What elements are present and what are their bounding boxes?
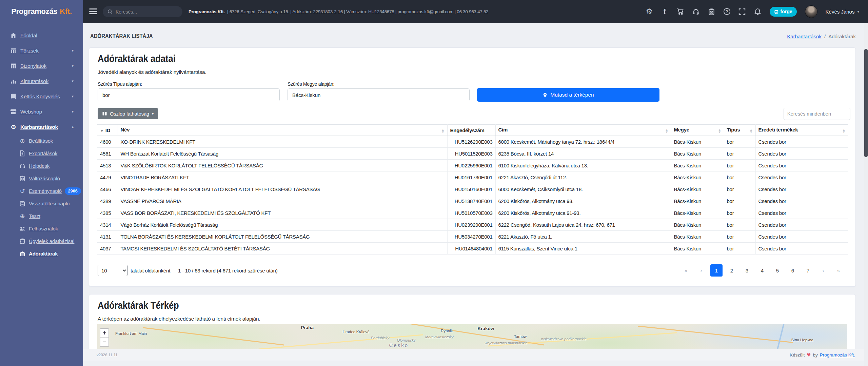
- cell-megye: Bács-Kiskun: [671, 207, 724, 219]
- page-button-3[interactable]: 3: [741, 264, 753, 277]
- cell-nev: VINOTRADE BORÁSZATI KFT: [118, 171, 447, 183]
- plus-circle-icon: ⊕: [19, 138, 25, 144]
- sort-icon: ▲▼: [441, 129, 445, 134]
- sidebar-subitem-visszatoltesi-naplo[interactable]: Visszatöltési napló: [0, 197, 83, 210]
- table-row[interactable]: 4389VASSNÉ PIVARCSI MÁRIAHU5138740E00162…: [97, 195, 848, 207]
- scrollbar-track[interactable]: [864, 23, 868, 366]
- column-visibility-button[interactable]: Oszlop láthatóság ▾: [98, 108, 158, 119]
- map-canvas[interactable]: + − Frankfurt am MainPrahaHradec Králové…: [97, 324, 847, 349]
- cell-engedelyszam: HU0161730E001: [447, 171, 495, 183]
- forge-badge[interactable]: forge: [770, 7, 797, 17]
- global-search[interactable]: [103, 6, 182, 17]
- cart-icon[interactable]: [677, 8, 684, 15]
- cell-engedelyszam: HU5138740E001: [447, 195, 495, 207]
- global-search-input[interactable]: [116, 9, 170, 15]
- table-row[interactable]: 4600XO-DRINK KERESKEDELMI KFTHU5126290E0…: [97, 136, 848, 148]
- last-page-button[interactable]: »: [832, 264, 845, 277]
- sidebar-subitem-teszt[interactable]: ⊕ Teszt: [0, 210, 83, 222]
- cell-id: 4389: [97, 195, 118, 207]
- sidebar-item-torzsek[interactable]: Törzsek ▾: [0, 43, 83, 58]
- cell-tipus: bor: [724, 183, 755, 195]
- sidebar-subitem-felhasznalok[interactable]: Felhasználók: [0, 222, 83, 235]
- column-header-id[interactable]: ▼ID: [97, 125, 118, 136]
- map-label: Praha: [301, 325, 314, 330]
- filter-county-input[interactable]: [288, 88, 470, 101]
- page-size-select[interactable]: 10: [98, 265, 127, 276]
- sidebar-subitem-ugyfelek-adatbazisai[interactable]: Ügyfelek adatbázisai: [0, 235, 83, 247]
- column-header-eredeti-termekek[interactable]: Eredeti termékek▲▼: [755, 125, 848, 136]
- sidebar-subitem-esemenynaplo[interactable]: ↺ Eseménynapló 2906: [0, 185, 83, 197]
- table-search-input[interactable]: [784, 108, 850, 120]
- table-row[interactable]: 4314Vágó Borház Korlátolt Felelősségű Tá…: [97, 219, 848, 231]
- sidebar-item-webshop[interactable]: Webshop ▾: [0, 104, 83, 119]
- page-button-2[interactable]: 2: [726, 264, 738, 277]
- changelog-clipboard-icon[interactable]: [708, 8, 715, 15]
- sidebar-subitem-valtozasnaplo[interactable]: Változásnapló: [0, 172, 83, 185]
- user-menu[interactable]: Kévés János ▾: [826, 9, 859, 15]
- footer: v2026.11.11. Készült ♥ by Programozás Kf…: [83, 349, 864, 361]
- table-row[interactable]: 4037TAMCSI KERESKEDELMI ÉS SZOLGÁLTATÓ B…: [97, 243, 848, 255]
- sidebar-item-label: Visszatöltési napló: [29, 201, 70, 206]
- user-avatar[interactable]: [805, 5, 817, 18]
- sidebar-item-bizonylatok[interactable]: Bizonylatok ▾: [0, 58, 83, 74]
- page-button-7[interactable]: 7: [802, 264, 814, 277]
- scrollbar-thumb[interactable]: [864, 49, 868, 157]
- table-row[interactable]: 4561WH Borászat Korlátolt Felelősségű Tá…: [97, 148, 848, 160]
- sidebar-item-kettos-konyveles[interactable]: Kettős Könyvelés ▾: [0, 89, 83, 104]
- sidebar-subitem-beallitasok[interactable]: ⊕ Beállítások: [0, 135, 83, 147]
- headset-icon[interactable]: [692, 8, 700, 15]
- cell-id: 4479: [97, 171, 118, 183]
- page-button-1[interactable]: 1: [710, 264, 723, 277]
- sidebar-subitem-helpdesk[interactable]: Helpdesk: [0, 160, 83, 172]
- cell-nev: VASSNÉ PIVARCSI MÁRIA: [118, 195, 447, 207]
- table-row[interactable]: 4385VASS BOR BORÁSZATI, KERESKEDELMI ÉS …: [97, 207, 848, 219]
- column-header-cim[interactable]: Cím▲▼: [495, 125, 671, 136]
- cell-cim: 6000 Kecskemét, Máriahegy tanya 72. hrsz…: [495, 136, 671, 148]
- cell-cim: 6235 Bócsa, III. körzet 14: [495, 148, 671, 160]
- sidebar-item-karbantartasok[interactable]: ⚙ Karbantartások ▴: [0, 119, 83, 135]
- footer-made-prefix: Készült: [790, 352, 805, 358]
- brand-logo[interactable]: Programozás Kft.: [0, 0, 83, 23]
- zoom-in-button[interactable]: +: [100, 329, 108, 338]
- sidebar-item-kimutatasok[interactable]: Kimutatások ▾: [0, 74, 83, 89]
- filter-type-input[interactable]: [98, 88, 280, 101]
- sidebar-subitem-adoraktarak[interactable]: Adóraktárak: [0, 247, 83, 260]
- cell-nev: XO-DRINK KERESKEDELMI KFT: [118, 136, 447, 148]
- sidebar-item-label: Kimutatások: [20, 78, 48, 84]
- table-row[interactable]: 4513V&K SZŐLŐBIRTOK KORLÁTOLT FELELŐSSÉG…: [97, 160, 848, 171]
- next-page-button[interactable]: ›: [817, 264, 829, 277]
- cell-engedelyszam: HU5010570E003: [447, 207, 495, 219]
- chevron-down-icon: ▾: [72, 79, 74, 83]
- help-icon[interactable]: ?: [724, 8, 730, 15]
- cell-eredeti-termekek: Csendes bor: [755, 160, 848, 171]
- history-icon: ↺: [19, 188, 25, 194]
- column-header-nev[interactable]: Név▲▼: [118, 125, 447, 136]
- zoom-out-button[interactable]: −: [100, 338, 108, 346]
- column-header-engedelyszam[interactable]: Engedélyszám: [447, 125, 495, 136]
- page-button-5[interactable]: 5: [771, 264, 784, 277]
- facebook-icon[interactable]: f: [661, 8, 669, 15]
- sidebar-item-fooldal[interactable]: Főoldal: [0, 28, 83, 43]
- footer-company-link[interactable]: Programozás Kft.: [820, 352, 855, 358]
- table-row[interactable]: 4131TOLNA BORÁSZATI ÉS KERESKEDELMI KORL…: [97, 231, 848, 243]
- page-button-6[interactable]: 6: [787, 264, 799, 277]
- table-row[interactable]: 4479VINOTRADE BORÁSZATI KFTHU0161730E001…: [97, 171, 848, 183]
- prev-page-button[interactable]: ‹: [695, 264, 707, 277]
- breadcrumb-link-karbantartasok[interactable]: Karbantartások: [787, 34, 822, 39]
- cell-tipus: bor: [724, 148, 755, 160]
- show-on-map-button[interactable]: Mutasd a térképen: [477, 88, 659, 102]
- sidebar-subitem-exportalasok[interactable]: Exportálások: [0, 147, 83, 160]
- column-header-tipus[interactable]: Típus▲▼: [724, 125, 755, 136]
- first-page-button[interactable]: «: [680, 264, 692, 277]
- documents-icon: [10, 63, 17, 69]
- column-header-megye[interactable]: Megye▲▼: [671, 125, 724, 136]
- page-button-4[interactable]: 4: [756, 264, 768, 277]
- sidebar-toggle-icon[interactable]: [89, 8, 97, 15]
- map-zoom-control: + −: [100, 328, 109, 347]
- table-row[interactable]: 4466VINOAR KERESKEDELMI ÉS SZOLGÁLTATÓ K…: [97, 183, 848, 195]
- notifications-bell-icon[interactable]: [754, 8, 762, 15]
- cell-tipus: bor: [724, 195, 755, 207]
- settings-icon[interactable]: ⚙: [646, 8, 653, 15]
- fullscreen-icon[interactable]: [738, 8, 746, 15]
- cell-tipus: bor: [724, 243, 755, 255]
